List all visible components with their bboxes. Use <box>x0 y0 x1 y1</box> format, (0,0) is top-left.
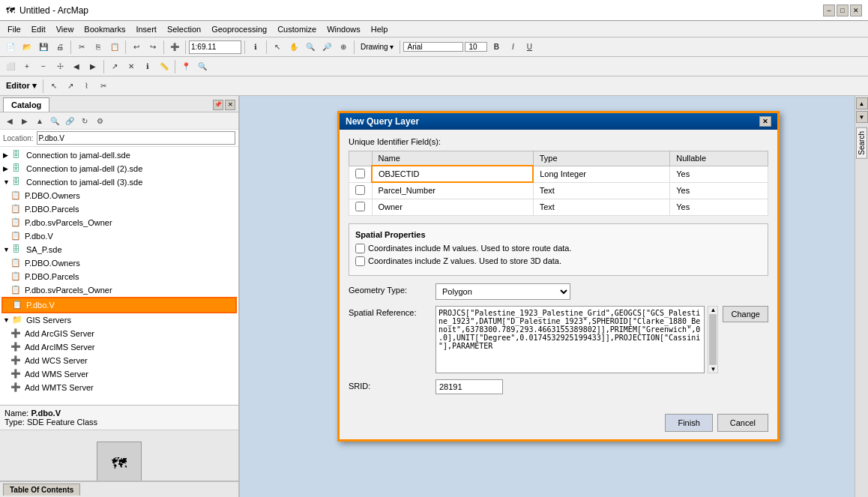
pan-btn[interactable]: ⊕ <box>336 40 351 55</box>
cat-options-btn[interactable]: ⚙ <box>93 114 106 127</box>
bold-btn[interactable]: B <box>489 40 504 55</box>
select-features[interactable]: ↗ <box>107 59 122 74</box>
tree-p-dbov[interactable]: 📋 P.dbo.V <box>1 229 237 243</box>
expand-conn1[interactable]: ▶ <box>3 151 12 159</box>
identify-btn[interactable]: ℹ <box>248 40 263 55</box>
fwd-extent[interactable]: ▶ <box>85 59 100 74</box>
pan-tool[interactable]: ☩ <box>52 59 67 74</box>
cat-connect-btn[interactable]: 🔗 <box>63 114 76 127</box>
scale-input[interactable] <box>189 40 241 54</box>
open-btn[interactable]: 📂 <box>19 40 34 55</box>
paste-btn[interactable]: 📋 <box>107 40 122 55</box>
panel-pin-btn[interactable]: 📌 <box>213 100 223 110</box>
zoom-full-btn[interactable]: ⬜ <box>3 59 18 74</box>
cat-up-btn[interactable]: ▲ <box>33 114 46 127</box>
zoom-out-btn[interactable]: 🔎 <box>319 40 334 55</box>
row-check-objectid[interactable] <box>349 166 373 182</box>
finish-btn[interactable]: Finish <box>665 414 712 432</box>
coord-m-checkbox[interactable] <box>355 244 365 253</box>
menu-help[interactable]: Help <box>367 23 393 35</box>
srid-input[interactable] <box>435 379 503 394</box>
menu-geoprocessing[interactable]: Geoprocessing <box>207 23 271 35</box>
tab-catalog[interactable]: Catalog <box>3 97 49 112</box>
reshape-btn[interactable]: ⌇ <box>79 79 94 94</box>
italic-btn[interactable]: I <box>505 40 520 55</box>
tree-sa-sde[interactable]: ▼ 🗄 SA_P.sde <box>1 243 237 256</box>
fixed-zoom-in[interactable]: + <box>19 59 34 74</box>
minimize-btn[interactable]: – <box>823 4 835 16</box>
scroll-down-btn[interactable]: ▼ <box>710 366 716 373</box>
menu-insert[interactable]: Insert <box>131 23 161 35</box>
cat-fwd-btn[interactable]: ▶ <box>18 114 31 127</box>
add-data-btn[interactable]: ➕ <box>167 40 182 55</box>
new-query-layer-dialog[interactable]: New Query Layer ✕ Unique Identifier Fiel… <box>337 111 780 442</box>
row-check-owner[interactable] <box>349 199 373 215</box>
cat-refresh-btn[interactable]: ↻ <box>78 114 91 127</box>
zoom-in-btn[interactable]: 🔍 <box>303 40 318 55</box>
expand-sa[interactable]: ▼ <box>3 246 12 253</box>
expand-gis[interactable]: ▼ <box>3 316 12 324</box>
tab-toc[interactable]: Table Of Contents <box>3 484 80 496</box>
menu-selection[interactable]: Selection <box>163 23 205 35</box>
select-btn[interactable]: ↖ <box>270 40 285 55</box>
geocode-btn[interactable]: 📍 <box>178 59 193 74</box>
location-input[interactable] <box>37 131 235 145</box>
maximize-btn[interactable]: □ <box>837 4 849 16</box>
tree-sa-owners[interactable]: 📋 P.DBO.Owners <box>1 256 237 270</box>
tree-add-arcgis[interactable]: ➕ Add ArcGIS Server <box>1 327 237 340</box>
tree-add-wmts[interactable]: ➕ Add WMTS Server <box>1 381 237 394</box>
measure-tool[interactable]: 📏 <box>157 59 172 74</box>
drawing-label[interactable]: Drawing ▾ <box>358 43 397 51</box>
tree-conn3[interactable]: ▼ 🗄 Connection to jamal-dell (3).sde <box>1 175 237 189</box>
table-row[interactable]: OBJECTID Long Integer Yes <box>349 166 768 182</box>
tree-add-wcs[interactable]: ➕ Add WCS Server <box>1 354 237 367</box>
underline-btn[interactable]: U <box>522 40 537 55</box>
clear-select[interactable]: ✕ <box>124 59 139 74</box>
tree-add-wms[interactable]: ➕ Add WMS Server <box>1 367 237 381</box>
cat-search-btn[interactable]: 🔍 <box>48 114 61 127</box>
tree-p-owners[interactable]: 📋 P.DBO.Owners <box>1 189 237 202</box>
menu-view[interactable]: View <box>52 23 79 35</box>
tree-sa-dbov[interactable]: 📋 P.dbo.V <box>1 297 237 313</box>
geometry-type-select[interactable]: Polygon Point Polyline <box>435 283 570 300</box>
fixed-zoom-out[interactable]: − <box>36 59 51 74</box>
redo-btn[interactable]: ↪ <box>145 40 160 55</box>
tree-sa-svparcels[interactable]: 📋 P.dbo.svParcels_Owner <box>1 283 237 297</box>
split-btn[interactable]: ✂ <box>96 79 111 94</box>
undo-btn[interactable]: ↩ <box>129 40 144 55</box>
expand-conn2[interactable]: ▶ <box>3 165 12 172</box>
sidebar-scroll-down[interactable]: ▼ <box>856 111 868 123</box>
menu-bookmarks[interactable]: Bookmarks <box>79 23 130 35</box>
row-check-parcel[interactable] <box>349 182 373 199</box>
cat-back-btn[interactable]: ◀ <box>3 114 16 127</box>
close-btn[interactable]: ✕ <box>850 4 862 16</box>
menu-windows[interactable]: Windows <box>322 23 365 35</box>
tree-conn2[interactable]: ▶ 🗄 Connection to jamal-dell (2).sde <box>1 162 237 175</box>
spatial-ref-textarea[interactable]: PROJCS["Palestine_1923_Palestine_Grid",G… <box>435 306 705 373</box>
menu-edit[interactable]: Edit <box>27 23 50 35</box>
edit-tool2-btn[interactable]: ↗ <box>63 79 78 94</box>
expand-conn3[interactable]: ▼ <box>3 178 12 186</box>
coord-z-checkbox[interactable] <box>355 256 365 266</box>
panel-close-btn[interactable]: ✕ <box>225 100 235 110</box>
edit-tool-btn[interactable]: ↖ <box>46 79 61 94</box>
table-row[interactable]: Parcel_Number Text Yes <box>349 182 768 199</box>
cancel-btn[interactable]: Cancel <box>717 414 768 432</box>
tree-gis-servers[interactable]: ▼ 📁 GIS Servers <box>1 313 237 327</box>
tree-conn1[interactable]: ▶ 🗄 Connection to jamal-dell.sde <box>1 148 237 162</box>
new-btn[interactable]: 📄 <box>3 40 18 55</box>
copy-btn[interactable]: ⎘ <box>91 40 106 55</box>
navigate-btn[interactable]: ✋ <box>286 40 301 55</box>
save-btn[interactable]: 💾 <box>36 40 51 55</box>
find-btn[interactable]: 🔍 <box>195 59 210 74</box>
sidebar-scroll-up[interactable]: ▲ <box>856 97 868 109</box>
cut-btn[interactable]: ✂ <box>74 40 89 55</box>
menu-customize[interactable]: Customize <box>273 23 321 35</box>
tree-p-parcels[interactable]: 📋 P.DBO.Parcels <box>1 202 237 216</box>
print-btn[interactable]: 🖨 <box>52 40 67 55</box>
change-btn[interactable]: Change <box>723 306 768 322</box>
tree-sa-parcels[interactable]: 📋 P.DBO.Parcels <box>1 270 237 283</box>
search-sidebar-btn[interactable]: Search <box>856 127 867 159</box>
back-extent[interactable]: ◀ <box>69 59 84 74</box>
table-row[interactable]: Owner Text Yes <box>349 199 768 215</box>
